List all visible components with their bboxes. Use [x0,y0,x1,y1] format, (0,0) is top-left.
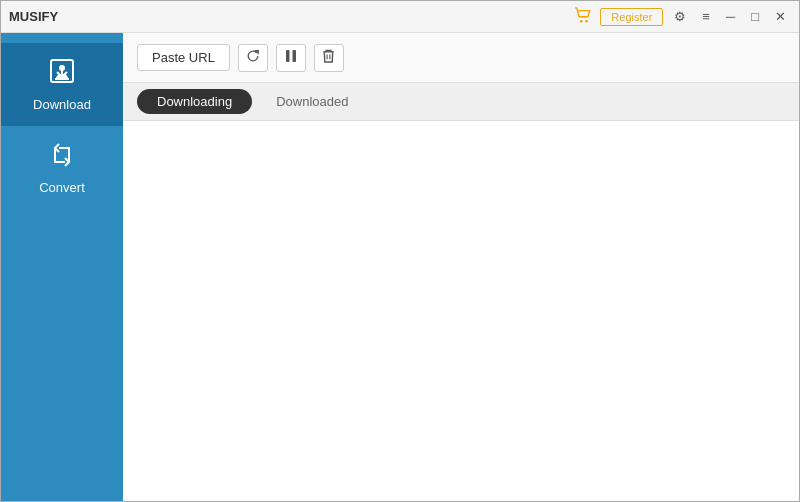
sidebar-download-label: Download [33,97,91,112]
sidebar-item-download[interactable]: Download [1,43,123,126]
svg-rect-6 [286,50,290,62]
toolbar: Paste URL [123,33,799,83]
svg-rect-7 [292,50,296,62]
minimize-button[interactable]: ─ [721,7,740,26]
pause-button[interactable] [276,44,306,72]
settings-button[interactable]: ⚙ [669,7,691,26]
convert-icon [47,140,77,174]
tab-downloaded[interactable]: Downloaded [256,89,368,114]
download-list [123,121,799,501]
close-icon: ✕ [775,9,786,24]
main-area: Download Convert Paste URL [1,33,799,501]
paste-url-button[interactable]: Paste URL [137,44,230,71]
tab-bar: Downloading Downloaded [123,83,799,121]
tab-downloading[interactable]: Downloading [137,89,252,114]
minimize-icon: ─ [726,9,735,24]
content-area: Paste URL [123,33,799,501]
cart-icon [574,7,592,23]
close-button[interactable]: ✕ [770,7,791,26]
register-button[interactable]: Register [600,8,663,26]
trash-icon [322,49,335,66]
cart-icon-button[interactable] [572,5,594,28]
delete-button[interactable] [314,44,344,72]
menu-icon: ≡ [702,9,710,24]
gear-icon: ⚙ [674,9,686,24]
sidebar-convert-label: Convert [39,180,85,195]
refresh-button[interactable] [238,44,268,72]
svg-point-5 [59,65,65,71]
titlebar: MUSIFY Register ⚙ ≡ ─ [1,1,799,33]
titlebar-right: Register ⚙ ≡ ─ □ ✕ [572,5,791,28]
sidebar-item-convert[interactable]: Convert [1,126,123,209]
app-window: MUSIFY Register ⚙ ≡ ─ [0,0,800,502]
refresh-icon [246,49,260,66]
pause-icon [285,49,297,66]
app-title: MUSIFY [9,9,58,24]
sidebar: Download Convert [1,33,123,501]
svg-point-1 [586,20,589,23]
maximize-button[interactable]: □ [746,7,764,26]
maximize-icon: □ [751,9,759,24]
menu-button[interactable]: ≡ [697,7,715,26]
titlebar-left: MUSIFY [9,9,58,24]
svg-point-0 [580,20,583,23]
download-icon [47,57,77,91]
